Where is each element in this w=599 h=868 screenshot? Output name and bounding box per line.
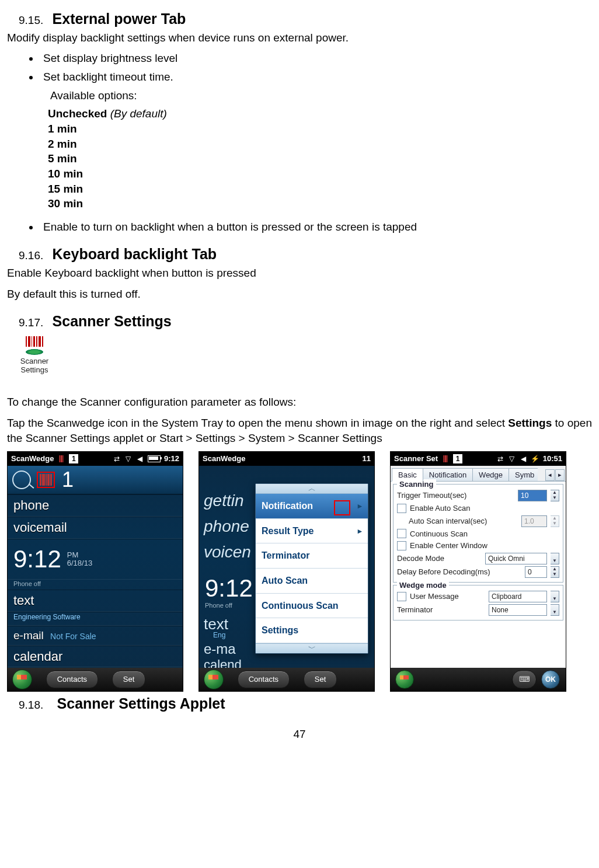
menu-item-auto-scan[interactable]: Auto Scan [256, 569, 368, 594]
checkbox[interactable] [397, 529, 406, 538]
list-item: Set display brightness level [40, 51, 592, 66]
status-clock: 11 [363, 454, 371, 464]
home-clock-pane[interactable]: 9:12 PM6/18/13 [8, 539, 183, 580]
spinbox-buttons: ▲▼ [551, 515, 559, 527]
charging-icon: ⚡ [531, 455, 539, 463]
status-app-name: ScanWedge [11, 454, 54, 464]
tab-basic[interactable]: Basic [392, 468, 423, 482]
tab-wedge[interactable]: Wedge [472, 468, 509, 482]
dropdown-button[interactable]: ▼ [551, 553, 559, 564]
option-row: 30 min [48, 196, 592, 211]
row-enable-auto-scan[interactable]: Enable Auto Scan [397, 503, 559, 514]
start-button[interactable] [204, 670, 224, 689]
row-user-message: User Message Clipboard ▼ [397, 591, 559, 602]
menu-item-terminator[interactable]: Terminator [256, 543, 368, 569]
no-signal-icon: ▽ [508, 455, 516, 463]
section-number: 9.15. [19, 14, 43, 26]
phone-off-label: Phone off [205, 601, 232, 610]
delay-input[interactable]: 0 [525, 566, 547, 578]
volume-icon: ◀ [136, 455, 144, 463]
paragraph: By default this is turned off. [7, 287, 592, 302]
status-bar[interactable]: ScanWedge 11 [199, 452, 374, 466]
spinbox-buttons[interactable]: ▲▼ [551, 566, 559, 578]
menu-item-result-type[interactable]: Result Type▸ [256, 519, 368, 544]
tab-nav-right[interactable]: ▸ [555, 469, 565, 481]
icon-label: ScannerSettings [20, 357, 48, 375]
menu-handle-top[interactable]: ︿ [256, 484, 368, 494]
softkey-bar: Contacts Set [199, 668, 374, 691]
softkey-set[interactable]: Set [112, 671, 146, 688]
decode-mode-select[interactable]: Quick Omni [485, 553, 547, 564]
checkbox[interactable] [397, 541, 406, 550]
highlight-box [334, 500, 350, 515]
tab-symbology[interactable]: Symb [509, 468, 538, 482]
menu-item-continuous-scan[interactable]: Continuous Scan [256, 594, 368, 619]
softkey-contacts[interactable]: Contacts [46, 671, 98, 688]
chevron-right-icon: ▸ [358, 501, 362, 511]
scanwedge-tray-icon[interactable] [441, 455, 450, 463]
scanning-group: Scanning Trigger Timeout(sec) 10 ▲▼ Enab… [393, 484, 563, 583]
home-row-calendar[interactable]: calendar [8, 646, 183, 668]
checkbox[interactable] [397, 504, 406, 513]
section-heading: 9.16. Keyboard backlight Tab [19, 245, 592, 264]
tab-nav-left[interactable]: ◂ [545, 469, 555, 481]
menu-handle-bottom[interactable]: ﹀ [256, 643, 368, 653]
option-default-note: (By default) [107, 107, 166, 120]
scanner-settings-icon: ScannerSettings [14, 336, 55, 390]
list-item: Enable to turn on backlight when a butto… [40, 219, 592, 235]
page-number: 47 [7, 727, 592, 742]
row-auto-scan-interval: Auto Scan interval(sec) 1.0 ▲▼ [409, 515, 559, 527]
section-title: External power Tab [53, 11, 186, 27]
section-number: 9.16. [19, 249, 43, 262]
row-terminator: Terminator None ▼ [397, 604, 559, 616]
screenshot-popup: ScanWedge 11 gettin phone voicen 9:12 Ph… [198, 451, 375, 692]
section-heading: 9.15. External power Tab [19, 9, 592, 29]
highlight-box [37, 472, 55, 488]
counter-label: 1 [62, 466, 74, 494]
dropdown-button[interactable]: ▼ [551, 591, 559, 602]
row-continuous-scan[interactable]: Continuous Scan [397, 529, 559, 539]
menu-item-notification[interactable]: Notification▸ [256, 494, 368, 519]
status-bar[interactable]: Scanner Set 1 ⇄ ▽ ◀ ⚡ 10:51 [391, 452, 566, 466]
screenshot-home: ScanWedge 1 ⇄ ▽ ◀ 9:12 1 phone voicem [7, 451, 183, 692]
option-row: 1 min [48, 121, 592, 137]
softkey-set[interactable]: Set [304, 671, 337, 688]
option-row: Unchecked (By default) [48, 106, 592, 121]
section-heading: 9.18. Scanner Settings Applet [19, 694, 592, 714]
start-button[interactable] [12, 670, 32, 689]
status-indicator-box: 1 [453, 454, 462, 463]
menu-item-settings[interactable]: Settings [256, 618, 368, 643]
barcode-icon [40, 474, 52, 486]
magnifier-icon[interactable] [12, 470, 31, 489]
home-row-text[interactable]: text [8, 590, 183, 612]
phone-off-label: Phone off [8, 580, 183, 590]
softkey-contacts[interactable]: Contacts [238, 671, 290, 688]
start-button[interactable] [395, 670, 414, 689]
status-bar[interactable]: ScanWedge 1 ⇄ ▽ ◀ 9:12 [8, 452, 183, 466]
user-message-select[interactable]: Clipboard [489, 591, 547, 602]
checkbox[interactable] [397, 592, 406, 601]
options-label: Available options: [50, 88, 592, 103]
scanwedge-tray-icon[interactable] [57, 455, 65, 463]
search-bar[interactable]: 1 [8, 466, 183, 494]
status-icons: 11 [363, 454, 371, 464]
clock-time: 9:12 [13, 543, 61, 576]
keyboard-button[interactable]: ⌨ [512, 670, 537, 689]
status-app-name: Scanner Set [394, 454, 438, 464]
bullet-list: Enable to turn on backlight when a butto… [40, 219, 592, 235]
home-row-voicemail[interactable]: voicemail [8, 517, 183, 539]
background-sub-text: Eng [213, 630, 225, 640]
ok-button[interactable]: OK [541, 670, 560, 689]
row-enable-center-window[interactable]: Enable Center Window [397, 541, 559, 551]
status-app-name: ScanWedge [203, 454, 245, 464]
terminator-select[interactable]: None [489, 604, 547, 616]
home-row-phone[interactable]: phone [8, 494, 183, 517]
spinbox-buttons[interactable]: ▲▼ [551, 490, 559, 501]
dropdown-button[interactable]: ▼ [551, 604, 559, 616]
home-row-email[interactable]: e-mail Not For Sale [8, 626, 183, 646]
status-clock: 10:51 [543, 454, 562, 464]
section-title: Scanner Settings [53, 313, 172, 329]
group-legend: Wedge mode [397, 580, 449, 591]
paragraph: Tap the Scanwedge icon in the System Tra… [7, 416, 592, 445]
trigger-timeout-input[interactable]: 10 [518, 490, 547, 501]
